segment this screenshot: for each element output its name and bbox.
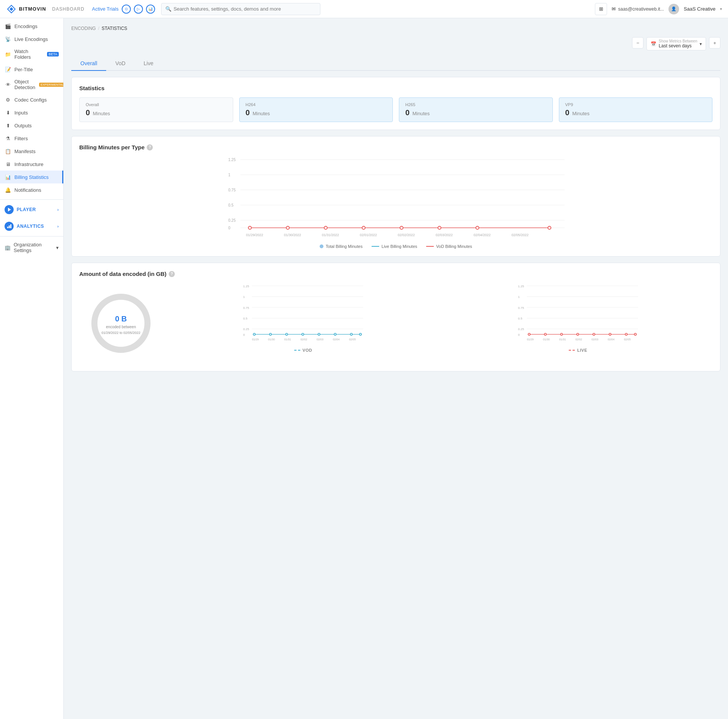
svg-text:1.25: 1.25 [518, 285, 524, 288]
sidebar-group-player[interactable]: PLAYER › [0, 201, 63, 218]
legend-label-live: Live Billing Minutes [381, 244, 417, 249]
stat-overall-label: Overall [86, 102, 227, 107]
search-input[interactable] [174, 6, 316, 12]
svg-rect-3 [7, 227, 8, 228]
svg-rect-5 [10, 224, 11, 228]
logo[interactable]: BITMOVIN [6, 4, 46, 14]
svg-text:01/30/2022: 01/30/2022 [284, 233, 301, 237]
svg-point-52 [253, 333, 255, 335]
breadcrumb-parent[interactable]: ENCODING [71, 26, 96, 31]
svg-point-85 [609, 333, 611, 335]
sidebar-item-object-detection[interactable]: 👁 Object Detection EXPERIMENTAL [0, 76, 63, 93]
user-info[interactable]: ✉ saas@creativeweb.it... [612, 6, 664, 12]
svg-text:01/31: 01/31 [559, 338, 566, 341]
live-chart-container: 1.25 1 0.75 0.5 0.25 0 [444, 283, 712, 352]
sidebar-label-inputs: Inputs [14, 110, 59, 116]
stat-h265-label: H265 [405, 102, 546, 107]
billing-chart-svg: 1.25 1 0.75 0.5 0.25 0 01/29/2022 01/30/… [79, 157, 712, 240]
grid-icon-button[interactable]: ⊞ [595, 3, 607, 15]
data-encoded-help-icon[interactable]: ? [169, 271, 175, 277]
sidebar-item-encodings[interactable]: 🎬 Encodings [0, 20, 63, 33]
main-content: ENCODING / STATISTICS − 📅 Show Metrics B… [64, 18, 728, 719]
tab-live[interactable]: Live [135, 56, 163, 71]
legend-label-vod: VoD Billing Minutes [436, 244, 472, 249]
sidebar-item-watch-folders[interactable]: 📁 Watch Folders BETA [0, 45, 63, 63]
svg-text:02/02/2022: 02/02/2022 [398, 233, 415, 237]
sidebar-item-codec-configs[interactable]: ⚙ Codec Configs [0, 93, 63, 106]
live-chart-label: LIVE [444, 348, 712, 352]
sidebar-label-live-encodings: Live Encodings [14, 36, 59, 42]
toolbar: − 📅 Show Metrics Between Last seven days… [71, 37, 720, 50]
film-icon: 🎬 [5, 23, 11, 30]
trial-icon-2[interactable]: ▷ [134, 5, 143, 14]
stat-h264-value: 0 Minutes [246, 108, 387, 117]
user-menu-chevron[interactable]: ▾ [720, 7, 722, 11]
sidebar-group-analytics[interactable]: ANALYTICS › [0, 218, 63, 235]
sidebar-label-outputs: Outputs [14, 123, 59, 128]
stat-overall: Overall 0 Minutes [79, 97, 233, 122]
svg-marker-2 [8, 208, 11, 211]
sidebar-item-manifests[interactable]: 📋 Manifests [0, 145, 63, 158]
svg-point-56 [318, 333, 320, 335]
tab-vod[interactable]: VoD [106, 56, 134, 71]
legend-line-vod [426, 246, 434, 247]
sidebar-item-outputs[interactable]: ⬆ Outputs [0, 119, 63, 132]
filter-icon: ⚗ [5, 135, 11, 142]
metrics-selector[interactable]: 📅 Show Metrics Between Last seven days ▾ [646, 37, 706, 50]
svg-point-58 [350, 333, 352, 335]
sidebar-item-per-title[interactable]: 📝 Per-Title [0, 63, 63, 76]
svg-text:0.25: 0.25 [228, 218, 236, 222]
data-encoded-card: Amount of data encoded (in GB) ? 0 B enc… [71, 263, 720, 371]
analytics-group-label: ANALYTICS [17, 224, 44, 229]
sidebar-item-infrastructure[interactable]: 🖥 Infrastructure [0, 158, 63, 171]
svg-text:02/05: 02/05 [349, 338, 356, 341]
sidebar-item-inputs[interactable]: ⬇ Inputs [0, 106, 63, 119]
svg-text:0.75: 0.75 [243, 306, 249, 310]
svg-text:02/04/2022: 02/04/2022 [474, 233, 491, 237]
stat-overall-value: 0 Minutes [86, 108, 227, 117]
search-bar[interactable]: 🔍 [161, 3, 320, 15]
legend-live-billing: Live Billing Minutes [372, 244, 417, 249]
svg-text:0.25: 0.25 [518, 327, 524, 331]
player-group-label: PLAYER [17, 207, 36, 212]
svg-text:01/29: 01/29 [252, 338, 259, 341]
bell-icon: 🔔 [5, 186, 11, 193]
zoom-out-button[interactable]: − [632, 37, 643, 49]
player-group-icon [5, 205, 14, 214]
svg-text:01/31/2022: 01/31/2022 [322, 233, 339, 237]
svg-text:01/29: 01/29 [527, 338, 533, 341]
sidebar-label-encodings: Encodings [14, 23, 59, 29]
user-email: saas@creativeweb.it... [618, 6, 664, 12]
dashboard-label[interactable]: DASHBOARD [52, 6, 85, 12]
live-chart-svg: 1.25 1 0.75 0.5 0.25 0 [444, 283, 712, 344]
svg-text:02/01/2022: 02/01/2022 [360, 233, 377, 237]
sidebar-label-watch-folders: Watch Folders [14, 49, 42, 60]
sidebar-label-notifications: Notifications [14, 187, 59, 193]
sidebar-item-filters[interactable]: ⚗ Filters [0, 132, 63, 145]
svg-text:02/02: 02/02 [575, 338, 582, 341]
svg-point-32 [438, 226, 441, 229]
user-avatar[interactable]: 👤 [668, 4, 679, 14]
billing-chart-legend: Total Billing Minutes Live Billing Minut… [79, 244, 712, 249]
stats-row: Overall 0 Minutes H264 0 Minutes H265 0 … [79, 97, 712, 122]
experimental-badge: EXPERIMENTAL [39, 83, 64, 87]
trial-icon-1[interactable]: ⊙ [122, 5, 131, 14]
trial-icon-3[interactable]: 📊 [146, 5, 155, 14]
vod-legend-line [294, 350, 300, 351]
svg-text:0.75: 0.75 [228, 188, 236, 192]
svg-text:0: 0 [228, 226, 231, 230]
stat-h265: H265 0 Minutes [399, 97, 553, 122]
active-trials[interactable]: Active Trials ⊙ ▷ 📊 [92, 5, 155, 14]
sidebar-item-notifications[interactable]: 🔔 Notifications [0, 183, 63, 196]
svg-point-34 [548, 226, 551, 229]
player-chevron-icon: › [57, 208, 59, 212]
sidebar-item-org-settings[interactable]: 🏢 Organization Settings ▾ [0, 238, 63, 257]
billing-help-icon[interactable]: ? [147, 144, 153, 150]
analytics-group-icon [5, 222, 14, 231]
zoom-in-button[interactable]: + [709, 37, 720, 49]
svg-point-80 [528, 333, 530, 335]
svg-text:encoded between: encoded between [106, 325, 136, 329]
sidebar-item-billing-statistics[interactable]: 📊 Billing Statistics [0, 171, 63, 183]
tab-overall[interactable]: Overall [71, 56, 106, 71]
sidebar-item-live-encodings[interactable]: 📡 Live Encodings [0, 33, 63, 45]
